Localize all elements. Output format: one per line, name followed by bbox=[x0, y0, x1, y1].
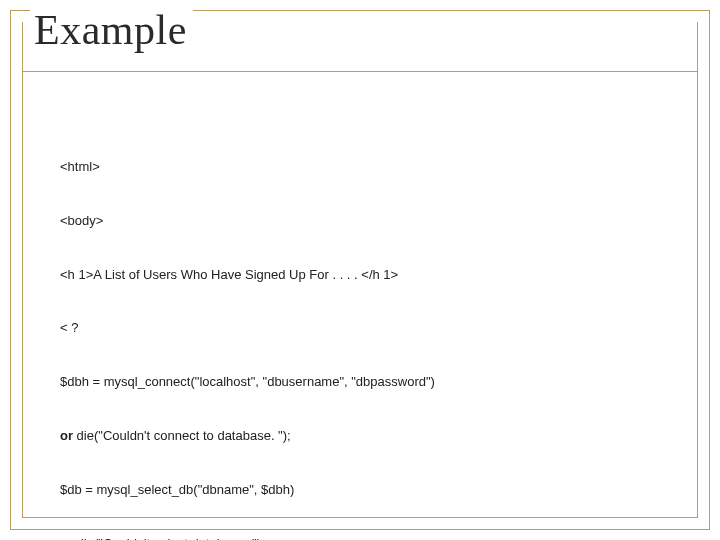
code-line: $dbh = mysql_connect("localhost", "dbuse… bbox=[60, 373, 660, 391]
code-block: <html> <body> <h 1>A List of Users Who H… bbox=[60, 122, 660, 540]
code-keyword-or: or bbox=[60, 536, 73, 540]
slide-title: Example bbox=[30, 6, 193, 54]
code-rest: die("Couldn't select database. "); bbox=[73, 536, 265, 540]
code-line: or die("Couldn't connect to database. ")… bbox=[60, 427, 660, 445]
title-underline bbox=[22, 71, 698, 72]
code-line: <body> bbox=[60, 212, 660, 230]
code-line: or die("Couldn't select database. "); bbox=[60, 535, 660, 540]
code-line: $db = mysql_select_db("dbname", $dbh) bbox=[60, 481, 660, 499]
code-line: < ? bbox=[60, 319, 660, 337]
title-area: Example bbox=[22, 6, 698, 72]
code-line: <html> bbox=[60, 158, 660, 176]
code-rest: die("Couldn't connect to database. "); bbox=[73, 428, 291, 443]
code-line: <h 1>A List of Users Who Have Signed Up … bbox=[60, 266, 660, 284]
slide: Example <html> <body> <h 1>A List of Use… bbox=[0, 0, 720, 540]
code-keyword-or: or bbox=[60, 428, 73, 443]
